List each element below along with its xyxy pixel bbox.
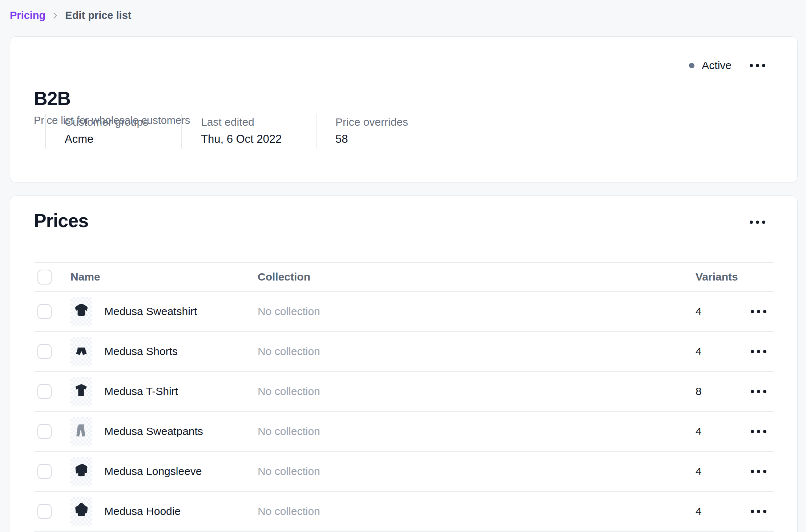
variant-count: 4 <box>696 425 702 438</box>
kebab-menu-icon <box>751 390 766 393</box>
status-label: Active <box>702 59 732 72</box>
product-collection: No collection <box>258 385 696 398</box>
stat-last-edited: Last edited Thu, 6 Oct 2022 <box>181 114 316 149</box>
hoodie-icon <box>72 498 91 524</box>
kebab-menu-icon <box>750 221 765 224</box>
kebab-menu-icon <box>751 350 766 353</box>
table-row[interactable]: Medusa Sweatshirt No collection 4 <box>34 292 774 332</box>
row-checkbox[interactable] <box>37 304 52 319</box>
sweatshirt-icon <box>72 298 91 325</box>
column-header-name: Name <box>70 271 258 283</box>
product-collection: No collection <box>258 425 696 438</box>
product-collection: No collection <box>258 345 696 358</box>
table-row[interactable]: Medusa Hoodie No collection 4 <box>34 492 774 532</box>
stat-label: Customer groups <box>65 115 181 129</box>
select-all-checkbox[interactable] <box>37 270 52 285</box>
breadcrumb: Pricing Edit price list <box>10 9 131 21</box>
product-name: Medusa T-Shirt <box>104 385 178 398</box>
product-thumbnail <box>70 417 92 446</box>
prices-actions-button[interactable] <box>748 217 767 227</box>
stat-value: Thu, 6 Oct 2022 <box>201 132 316 146</box>
product-thumbnail <box>70 457 92 486</box>
price-list-summary-card: B2B Price list for wholesale customers A… <box>10 36 798 182</box>
product-name: Medusa Shorts <box>104 345 178 358</box>
variant-count: 8 <box>696 385 702 398</box>
table-row[interactable]: Medusa Sweatpants No collection 4 <box>34 412 774 452</box>
page-title: B2B <box>34 87 70 110</box>
stat-price-overrides: Price overrides 58 <box>316 114 468 149</box>
kebab-menu-icon <box>751 510 766 513</box>
breadcrumb-current: Edit price list <box>65 9 131 21</box>
row-actions-button[interactable] <box>749 426 768 437</box>
row-checkbox[interactable] <box>37 464 52 479</box>
stat-label: Price overrides <box>335 115 468 129</box>
table-row[interactable]: Medusa Shorts No collection 4 <box>34 332 774 372</box>
row-actions-button[interactable] <box>749 306 768 317</box>
kebab-menu-icon <box>751 470 766 473</box>
kebab-menu-icon <box>751 310 766 313</box>
product-name: Medusa Sweatshirt <box>104 305 197 318</box>
variant-count: 4 <box>696 305 702 318</box>
product-thumbnail <box>70 337 92 366</box>
row-actions-button[interactable] <box>749 466 768 477</box>
row-checkbox[interactable] <box>37 344 52 359</box>
product-collection: No collection <box>258 465 696 477</box>
row-actions-button[interactable] <box>749 346 768 357</box>
variant-count: 4 <box>696 345 702 358</box>
table-row[interactable]: Medusa Longsleeve No collection 4 <box>34 452 774 492</box>
tshirt-icon <box>72 378 91 404</box>
table-row[interactable]: Medusa T-Shirt No collection 8 <box>34 372 774 412</box>
chevron-right-icon <box>51 12 59 20</box>
status-badge: Active <box>689 59 732 72</box>
shorts-icon <box>72 338 91 364</box>
kebab-menu-icon <box>751 430 766 433</box>
stat-customer-groups: Customer groups Acme <box>45 114 181 149</box>
stat-value: 58 <box>335 132 468 146</box>
column-header-collection: Collection <box>258 271 696 283</box>
product-thumbnail <box>70 497 92 526</box>
kebab-menu-icon <box>750 64 765 67</box>
variant-count: 4 <box>696 465 702 477</box>
longsleeve-icon <box>72 458 91 484</box>
product-name: Medusa Sweatpants <box>104 425 203 438</box>
product-collection: No collection <box>258 305 696 318</box>
price-list-stats: Customer groups Acme Last edited Thu, 6 … <box>45 114 468 149</box>
product-collection: No collection <box>258 505 696 517</box>
row-checkbox[interactable] <box>37 384 52 399</box>
stat-label: Last edited <box>201 115 316 129</box>
table-header-row: Name Collection Variants <box>34 262 774 292</box>
column-header-variants: Variants <box>696 271 774 283</box>
product-name: Medusa Longsleeve <box>104 465 202 477</box>
variant-count: 4 <box>696 505 702 517</box>
product-thumbnail <box>70 297 92 326</box>
status-dot-icon <box>689 63 694 68</box>
row-actions-button[interactable] <box>749 386 768 397</box>
prices-table: Name Collection Variants Medusa Sweatshi… <box>34 262 774 532</box>
product-name: Medusa Hoodie <box>104 505 181 517</box>
sweatpants-icon <box>72 418 91 444</box>
prices-section-title: Prices <box>34 209 88 232</box>
product-thumbnail <box>70 377 92 406</box>
row-actions-button[interactable] <box>749 506 768 517</box>
row-checkbox[interactable] <box>37 504 52 519</box>
breadcrumb-link-pricing[interactable]: Pricing <box>10 9 45 21</box>
price-list-actions-button[interactable] <box>748 60 767 71</box>
row-checkbox[interactable] <box>37 424 52 439</box>
stat-value: Acme <box>65 132 181 146</box>
prices-card: Prices Name Collection Variants Medusa S… <box>10 196 798 532</box>
